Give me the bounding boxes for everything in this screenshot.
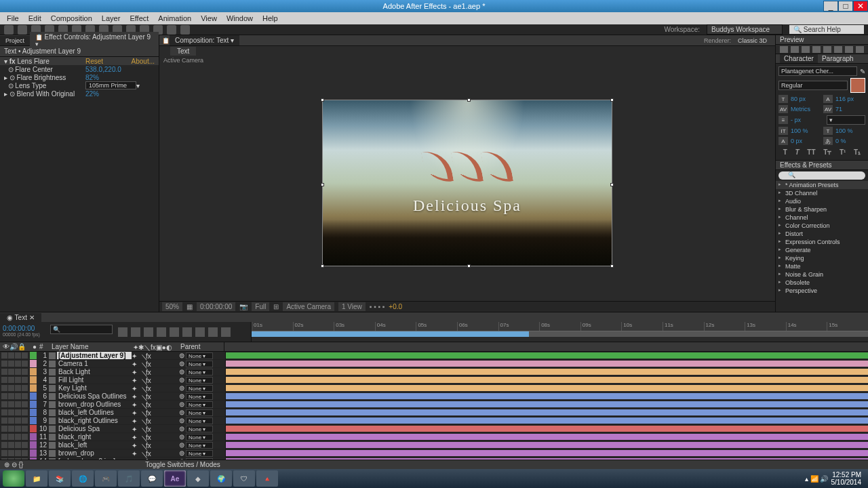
timeline-search[interactable] — [50, 325, 113, 334]
camera-view[interactable]: Active Camera — [283, 302, 334, 311]
layer-row[interactable]: 10 Delicious Spa ✦＼fx ⊚ None ▾ — [0, 425, 868, 433]
prop-flare-center-val[interactable]: 538.0,220.0 — [85, 66, 121, 73]
stroke-style[interactable]: ▾ — [827, 115, 865, 125]
stroke-width[interactable]: - px — [791, 117, 824, 123]
snapshot-icon[interactable]: 📷 — [239, 303, 248, 310]
timeline-tab[interactable]: ◉ Text ✕ — [0, 313, 41, 322]
minimize-button[interactable]: _ — [823, 1, 838, 12]
skype-icon[interactable]: 💬 — [141, 470, 163, 487]
first-frame-button[interactable] — [780, 46, 788, 53]
prop-flare-brightness-val[interactable]: 82% — [85, 74, 99, 81]
app-icon[interactable]: 🛡 — [233, 470, 255, 487]
ep-matte[interactable]: Matte — [776, 262, 868, 270]
tl-footer-icons[interactable]: ⊕ ⊖ {} — [4, 461, 23, 468]
layer-name-header[interactable]: Layer Name — [49, 342, 130, 351]
last-frame-button[interactable] — [823, 46, 831, 53]
view-layout[interactable]: 1 View — [338, 302, 366, 311]
layer-row[interactable]: 5 Key Light ✦＼fx ⊚ None ▾ — [0, 384, 868, 392]
superscript-button[interactable]: T¹ — [840, 148, 846, 156]
prev-frame-button[interactable] — [791, 46, 799, 53]
maximize-button[interactable]: □ — [838, 1, 853, 12]
play-button[interactable] — [802, 46, 810, 53]
tl-tool-icon[interactable] — [118, 327, 127, 337]
loop-button[interactable] — [845, 46, 853, 53]
next-frame-button[interactable] — [812, 46, 821, 53]
layer-row[interactable]: 8 black_left Outlines ✦＼fx ⊚ None ▾ — [0, 409, 868, 417]
vlc-icon[interactable]: 🔺 — [256, 470, 278, 487]
chrome-icon[interactable]: 🌐 — [72, 470, 94, 487]
layer-row[interactable]: 3 Back Light ✦＼fx ⊚ None ▾ — [0, 368, 868, 376]
explorer-icon[interactable]: 📁 — [26, 470, 47, 487]
menu-composition[interactable]: Composition — [47, 14, 96, 22]
time-ruler[interactable]: 01s02s03s04s05s06s07s08s09s10s11s12s13s1… — [251, 322, 868, 342]
start-button[interactable] — [3, 470, 24, 487]
ep-animation-presets[interactable]: * Animation Presets — [776, 181, 868, 189]
app-icon[interactable]: ◆ — [187, 470, 209, 487]
audio-button[interactable] — [834, 46, 842, 53]
app-icon[interactable]: 🌍 — [210, 470, 232, 487]
ep-distort[interactable]: Distort — [776, 230, 868, 238]
selection-tool-icon[interactable] — [4, 25, 14, 35]
layer-row[interactable]: 6 Delicious Spa Outlines ✦＼fx ⊚ None ▾ — [0, 392, 868, 401]
font-family-select[interactable]: Plantagenet Cher... — [778, 66, 857, 76]
font-size[interactable]: 80 px — [791, 96, 821, 102]
footer-icon[interactable]: ▦ — [186, 303, 193, 310]
ep-obsolete[interactable]: Obsolete — [776, 279, 868, 287]
subscript-button[interactable]: T₁ — [854, 148, 861, 156]
after-effects-icon[interactable]: Ae — [164, 470, 186, 487]
ep-expression[interactable]: Expression Controls — [776, 238, 868, 246]
menu-effect[interactable]: Effect — [125, 14, 153, 22]
about-link[interactable]: About... — [132, 58, 155, 65]
ep-generate[interactable]: Generate — [776, 246, 868, 254]
layer-row[interactable]: 9 black_right Outlines ✦＼fx ⊚ None ▾ — [0, 417, 868, 425]
layer-row[interactable]: 4 Fill Light ✦＼fx ⊚ None ▾ — [0, 376, 868, 384]
baseline[interactable]: 0 px — [791, 138, 821, 144]
effect-name[interactable]: Lens Flare — [17, 58, 49, 65]
ep-audio[interactable]: Audio — [776, 197, 868, 205]
preview-header[interactable]: Preview — [776, 35, 868, 45]
spotify-icon[interactable]: 🎵 — [118, 470, 140, 487]
composition-tab[interactable]: Composition: Text ▾ — [170, 35, 239, 45]
italic-button[interactable]: T — [795, 148, 800, 156]
search-help-input[interactable]: 🔍 Search Help — [789, 25, 864, 34]
current-time[interactable]: 0:00:00:00 00000 (24.00 fps) — [0, 322, 47, 342]
bold-button[interactable]: T — [783, 148, 787, 156]
prop-blend-val[interactable]: 22% — [85, 90, 99, 98]
hand-tool-icon[interactable] — [18, 25, 27, 35]
fill-color-swatch[interactable] — [850, 78, 865, 93]
steam-icon[interactable]: 🎮 — [95, 470, 117, 487]
toggle-switches[interactable]: Toggle Switches / Modes — [145, 461, 220, 468]
zoom-level[interactable]: 50% — [162, 302, 182, 311]
ep-keying[interactable]: Keying — [776, 254, 868, 262]
ep-color-correction[interactable]: Color Correction — [776, 222, 868, 230]
ep-noise[interactable]: Noise & Grain — [776, 270, 868, 279]
reset-link[interactable]: Reset — [85, 58, 103, 65]
layer-row[interactable]: 11 black_right ✦＼fx ⊚ None ▾ — [0, 433, 868, 441]
ep-perspective[interactable]: Perspective — [776, 287, 868, 295]
menu-file[interactable]: File — [3, 14, 23, 22]
view-icons[interactable]: ▪ ▪ ▪ ▪ — [370, 303, 385, 310]
layer-row[interactable]: 1 [Adjustment Layer 9] ✦＼fx ⊚ None ▾ — [0, 352, 868, 360]
ep-3d-channel[interactable]: 3D Channel — [776, 189, 868, 197]
layer-row[interactable]: 7 brown_drop Outlines ✦＼fx ⊚ None ▾ — [0, 401, 868, 409]
leading[interactable]: 116 px — [835, 96, 865, 102]
exposure[interactable]: +0.0 — [389, 303, 402, 310]
tl-tool-icon[interactable] — [182, 327, 192, 337]
layer-row[interactable]: 12 black_left ✦＼fx ⊚ None ▾ — [0, 441, 868, 449]
tl-tool-icon[interactable] — [157, 327, 166, 337]
kerning[interactable]: Metrics — [791, 106, 821, 113]
footer-time[interactable]: 0:00:00:00 — [197, 302, 235, 311]
libraries-icon[interactable]: 📚 — [49, 470, 71, 487]
layer-row[interactable]: 2 Camera 1 ✦＼fx ⊚ None ▾ — [0, 360, 868, 368]
menu-window[interactable]: Window — [222, 14, 257, 22]
tl-tool-icon[interactable] — [144, 327, 153, 337]
smallcaps-button[interactable]: Tᴛ — [823, 148, 831, 156]
workspace-select[interactable]: Buddys Workspace — [707, 24, 783, 35]
menu-view[interactable]: View — [197, 14, 221, 22]
puppet-tool-icon[interactable] — [180, 25, 190, 35]
tracking[interactable]: 71 — [835, 106, 865, 113]
roto-tool-icon[interactable] — [167, 25, 176, 35]
ep-blur[interactable]: Blur & Sharpen — [776, 205, 868, 214]
vscale[interactable]: 100 % — [791, 127, 821, 134]
menu-help[interactable]: Help — [258, 14, 282, 22]
